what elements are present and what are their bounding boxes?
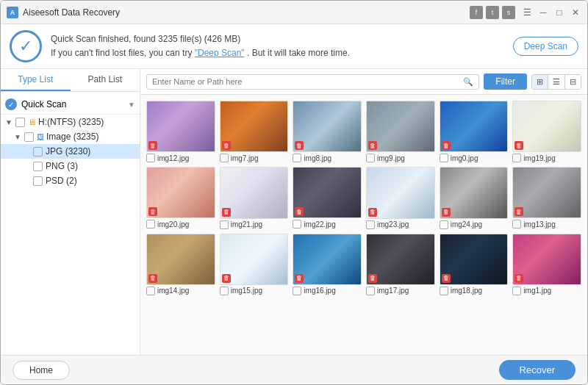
list-item[interactable]: 🗑 img19.jpg	[512, 101, 581, 162]
share-icon[interactable]: s	[502, 6, 515, 19]
image-checkbox[interactable]	[512, 287, 521, 295]
image-checkbox[interactable]	[146, 220, 155, 229]
image-checkbox[interactable]	[293, 220, 301, 229]
delete-badge-icon: 🗑	[295, 141, 304, 150]
image-checkbox[interactable]	[293, 154, 301, 162]
list-item[interactable]: 🗑 img16.jpg	[293, 234, 362, 295]
image-name: img7.jpg	[231, 154, 259, 162]
status-headline: Quick Scan finished, found 3235 file(s) …	[51, 32, 513, 46]
tree-item-jpg[interactable]: ▶ JPG (3230)	[1, 144, 140, 159]
image-checkbox[interactable]	[293, 287, 301, 295]
image-name: img19.jpg	[523, 154, 555, 162]
delete-badge-icon: 🗑	[222, 208, 231, 217]
list-item[interactable]: 🗑 img20.jpg	[146, 167, 215, 229]
image-thumbnail: 🗑	[366, 234, 435, 285]
image-name: img18.jpg	[451, 287, 482, 295]
list-item[interactable]: 🗑 img7.jpg	[220, 101, 289, 162]
quick-scan-row[interactable]: ✓ Quick Scan ▼	[1, 95, 140, 115]
image-row: img14.jpg	[146, 287, 215, 295]
image-row: img15.jpg	[220, 287, 289, 295]
tree-item-drive[interactable]: ▼ 🖥 H:(NTFS) (3235)	[1, 115, 140, 129]
deep-scan-link[interactable]: "Deep Scan"	[195, 48, 245, 58]
facebook-icon[interactable]: f	[470, 6, 483, 19]
view-grid-button[interactable]: ⊞	[532, 75, 548, 89]
tree-checkbox-psd[interactable]	[33, 176, 43, 186]
app-title: Aiseesoft Data Recovery	[23, 7, 470, 18]
list-item[interactable]: 🗑 img13.jpg	[512, 167, 581, 229]
image-name: img0.jpg	[451, 154, 478, 162]
image-thumbnail: 🗑	[293, 101, 362, 152]
tree-item-png[interactable]: ▶ PNG (3)	[1, 159, 140, 173]
status-subtext: If you can't find lost files, you can tr…	[51, 46, 513, 60]
tree-checkbox-png[interactable]	[33, 162, 43, 171]
window-controls: ☰ ─ □ ✕	[521, 7, 581, 18]
image-checkbox[interactable]	[366, 287, 375, 295]
image-row: img17.jpg	[366, 287, 435, 295]
twitter-icon[interactable]: t	[486, 6, 499, 19]
list-item[interactable]: 🗑 img12.jpg	[146, 101, 215, 162]
list-item[interactable]: 🗑 img21.jpg	[220, 167, 289, 229]
list-item[interactable]: 🗑 img0.jpg	[440, 101, 509, 162]
recover-button[interactable]: Recover	[499, 360, 576, 380]
image-checkbox[interactable]	[220, 287, 229, 295]
image-row: img9.jpg	[366, 154, 435, 162]
image-checkbox[interactable]	[440, 287, 448, 295]
image-row: img23.jpg	[366, 220, 435, 229]
tree-item-psd[interactable]: ▶ PSD (2)	[1, 173, 140, 188]
list-item[interactable]: 🗑 img15.jpg	[220, 234, 289, 295]
image-checkbox[interactable]	[512, 154, 521, 162]
tree-checkbox-image[interactable]	[24, 132, 34, 142]
list-item[interactable]: 🗑 img23.jpg	[366, 167, 435, 229]
main-area: Type List Path List ✓ Quick Scan ▼ ▼ 🖥 H…	[1, 69, 587, 355]
search-input[interactable]	[152, 77, 463, 86]
tree-checkbox-jpg[interactable]	[33, 147, 43, 156]
image-thumbnail: 🗑	[146, 101, 215, 152]
minimize-button[interactable]: ─	[537, 7, 549, 18]
menu-button[interactable]: ☰	[521, 7, 533, 18]
list-item[interactable]: 🗑 img14.jpg	[146, 234, 215, 295]
deep-scan-button[interactable]: Deep Scan	[513, 37, 578, 56]
close-button[interactable]: ✕	[570, 7, 581, 18]
expand-arrow-icon: ▼	[14, 133, 23, 141]
view-detail-button[interactable]: ⊟	[565, 75, 581, 89]
tree-label-png: PNG (3)	[46, 161, 78, 171]
image-checkbox[interactable]	[146, 287, 155, 295]
search-box[interactable]: 🔍	[146, 74, 479, 90]
list-item[interactable]: 🗑 img1.jpg	[512, 234, 581, 295]
list-item[interactable]: 🗑 img18.jpg	[440, 234, 509, 295]
home-button[interactable]: Home	[12, 361, 70, 380]
delete-badge-icon: 🗑	[514, 207, 523, 216]
image-thumbnail: 🗑	[293, 167, 362, 218]
image-checkbox[interactable]	[220, 154, 229, 162]
image-name: img22.jpg	[304, 220, 335, 229]
list-item[interactable]: 🗑 img22.jpg	[293, 167, 362, 229]
list-item[interactable]: 🗑 img8.jpg	[293, 101, 362, 162]
content-toolbar: 🔍 Filter ⊞ ☰ ⊟	[140, 69, 587, 95]
image-checkbox[interactable]	[146, 154, 155, 162]
list-item[interactable]: 🗑 img24.jpg	[440, 167, 509, 229]
view-list-button[interactable]: ☰	[548, 75, 565, 89]
tab-path-list[interactable]: Path List	[71, 69, 140, 91]
image-thumbnail: 🗑	[440, 167, 509, 218]
image-checkbox[interactable]	[366, 220, 375, 229]
image-thumbnail: 🗑	[366, 167, 435, 218]
image-checkbox[interactable]	[220, 220, 229, 229]
image-row: img21.jpg	[220, 220, 289, 229]
delete-badge-icon: 🗑	[514, 141, 523, 150]
list-item[interactable]: 🗑 img17.jpg	[366, 234, 435, 295]
filter-button[interactable]: Filter	[484, 73, 527, 90]
image-row: img16.jpg	[293, 287, 362, 295]
tree-checkbox-drive[interactable]	[15, 118, 25, 127]
tab-type-list[interactable]: Type List	[1, 69, 71, 91]
image-checkbox[interactable]	[512, 220, 521, 229]
list-item[interactable]: 🗑 img9.jpg	[366, 101, 435, 162]
image-thumbnail: 🗑	[220, 101, 289, 152]
image-row: img13.jpg	[512, 220, 581, 229]
tree-item-image[interactable]: ▼ 🖼 Image (3235)	[1, 129, 140, 144]
image-checkbox[interactable]	[366, 154, 375, 162]
image-checkbox[interactable]	[440, 154, 448, 162]
image-row: img20.jpg	[146, 220, 215, 229]
maximize-button[interactable]: □	[553, 7, 565, 18]
delete-badge-icon: 🗑	[514, 274, 523, 283]
image-checkbox[interactable]	[440, 220, 448, 229]
